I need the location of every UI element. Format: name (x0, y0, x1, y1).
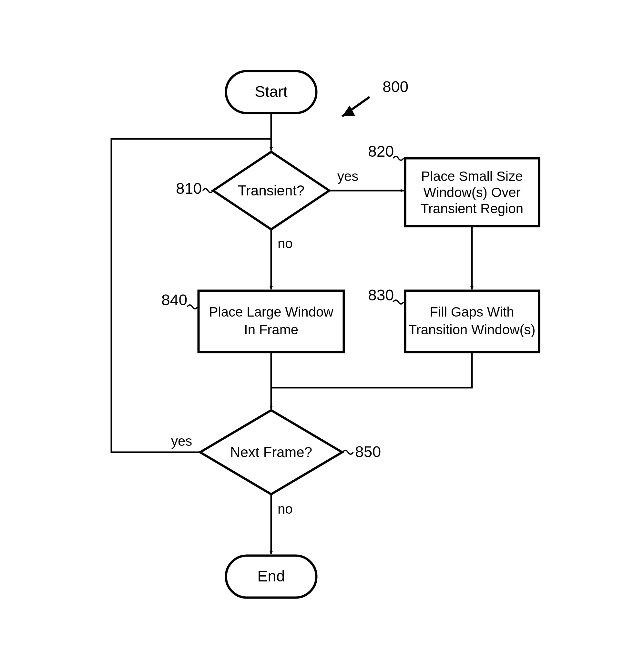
start-node: Start (226, 71, 316, 113)
ref-840: 840 (161, 291, 198, 309)
ref-830: 830 (368, 287, 404, 304)
svg-rect-5 (405, 291, 539, 352)
transient-decision: Transient? (213, 152, 329, 229)
start-label: Start (255, 83, 287, 100)
nextframe-decision: Next Frame? (200, 410, 342, 494)
ref-840-label: 840 (161, 291, 187, 308)
large-window-l2: In Frame (244, 322, 298, 337)
ref-800-label: 800 (383, 78, 408, 95)
ref-850-label: 850 (355, 443, 381, 460)
flowchart-diagram: Start 800 Transient? 810 Place Small Siz… (0, 0, 644, 658)
ref-830-label: 830 (368, 287, 394, 304)
edge-fill-to-join (271, 352, 472, 388)
ref-820-label: 820 (368, 143, 394, 160)
edge-nextframe-yes-label: yes (171, 434, 192, 449)
small-window-l3: Transient Region (421, 201, 523, 216)
ref-850: 850 (343, 443, 381, 460)
transient-label: Transient? (238, 182, 304, 198)
ref-820: 820 (368, 143, 404, 160)
large-window-l1: Place Large Window (209, 304, 334, 320)
fill-gaps-box: Fill Gaps With Transition Window(s) (405, 291, 539, 352)
fill-gaps-l2: Transition Window(s) (409, 322, 535, 337)
large-window-box: Place Large Window In Frame (199, 291, 344, 352)
small-window-box: Place Small Size Window(s) Over Transien… (405, 158, 539, 226)
small-window-l2: Window(s) Over (423, 185, 520, 200)
fill-gaps-l1: Fill Gaps With (430, 304, 514, 320)
ref-810-label: 810 (176, 180, 202, 197)
nextframe-label: Next Frame? (230, 444, 312, 460)
end-label: End (257, 568, 285, 585)
small-window-l1: Place Small Size (421, 169, 523, 184)
edge-transient-no-label: no (278, 236, 293, 251)
ref-800-pointer: 800 (342, 78, 408, 116)
end-node: End (226, 555, 316, 598)
edge-nextframe-no-label: no (278, 501, 293, 517)
svg-rect-6 (199, 291, 344, 352)
ref-810: 810 (176, 180, 213, 197)
edge-transient-yes-label: yes (337, 169, 358, 184)
